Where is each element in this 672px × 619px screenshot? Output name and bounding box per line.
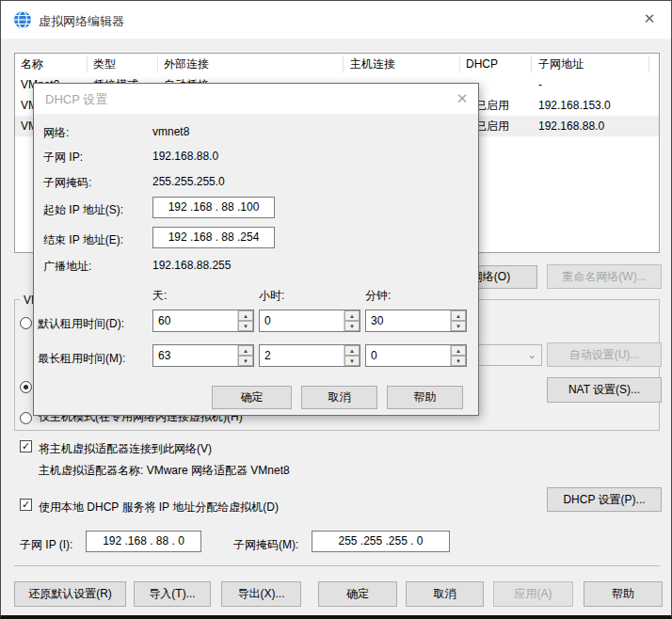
spin-down-icon: ▼ <box>349 324 355 329</box>
start-ip-label: 起始 IP 地址(S): <box>43 202 123 218</box>
spinner-value: 30 <box>366 310 450 331</box>
default-lease-label: 默认租用时间(D): <box>38 316 124 332</box>
window-title: 虚拟网络编辑器 <box>39 13 124 30</box>
bridged-mode-radio[interactable] <box>20 317 32 329</box>
spin-up-icon: ▲ <box>456 313 461 319</box>
dialog-close-icon: ✕ <box>456 90 469 107</box>
close-icon: ✕ <box>644 10 656 27</box>
cell-subnet: 192.168.88.0 <box>538 116 604 136</box>
dlg-subnet-ip-value: 192.168.88.0 <box>152 150 218 163</box>
auto-settings-button[interactable]: 自动设置(U)... <box>547 342 662 367</box>
col-header-type[interactable]: 类型 <box>93 54 116 74</box>
use-local-dhcp-label[interactable]: 使用本地 DHCP 服务将 IP 地址分配给虚拟机(D) <box>39 500 279 516</box>
virtual-network-editor-window: 虚拟网络编辑器 ✕ 名称 类型 外部连接 主机连接 DHCP 子网地址 VMne… <box>0 0 672 619</box>
default-lease-minutes-spinner[interactable]: 30 ▲ ▼ <box>365 310 467 332</box>
use-local-dhcp-checkbox[interactable]: ✓ <box>20 499 32 511</box>
dialog-close-button[interactable]: ✕ <box>448 87 476 110</box>
spin-up-button[interactable]: ▲ <box>451 310 466 321</box>
cell-subnet: - <box>538 74 542 95</box>
cell-dhcp: 已启用 <box>475 95 509 116</box>
connect-host-adapter-label[interactable]: 将主机虚拟适配器连接到此网络(V) <box>39 441 212 457</box>
cell-subnet: 192.168.153.0 <box>538 95 611 116</box>
subnet-mask-label: 子网掩码(M): <box>233 537 298 553</box>
spin-up-button[interactable]: ▲ <box>344 345 360 356</box>
dialog-titlebar: DHCP 设置 ✕ <box>34 84 478 114</box>
spinner-value: 0 <box>260 310 344 331</box>
default-lease-hours-spinner[interactable]: 0 ▲ ▼ <box>259 310 360 332</box>
spin-down-icon: ▼ <box>349 358 355 364</box>
export-button[interactable]: 导出(X)... <box>221 581 301 607</box>
dlg-subnet-mask-value: 255.255.255.0 <box>152 175 225 188</box>
dlg-subnet-mask-label: 子网掩码: <box>43 175 91 191</box>
spin-down-icon: ▼ <box>243 324 248 329</box>
import-button[interactable]: 导入(T)... <box>134 581 211 607</box>
spin-up-icon: ▲ <box>243 313 248 319</box>
subnet-ip-input[interactable]: 192 .168 . 88 . 0 <box>86 531 201 552</box>
broadcast-label: 广播地址: <box>43 259 91 275</box>
connect-host-adapter-checkbox[interactable]: ✓ <box>20 440 32 452</box>
spin-up-button[interactable]: ▲ <box>238 310 253 321</box>
main-cancel-button[interactable]: 取消 <box>406 581 484 607</box>
spin-up-button[interactable]: ▲ <box>238 345 253 356</box>
start-ip-input[interactable]: 192 .168 . 88 .100 <box>152 197 275 218</box>
spin-down-button[interactable]: ▼ <box>238 356 253 366</box>
dlg-network-label: 网络: <box>43 125 69 141</box>
max-lease-minutes-spinner[interactable]: 0 ▲ ▼ <box>365 344 467 367</box>
spinner-value: 60 <box>153 310 237 331</box>
dialog-title: DHCP 设置 <box>45 91 107 108</box>
col-header-external[interactable]: 外部连接 <box>164 54 209 74</box>
end-ip-input[interactable]: 192 .168 . 88 .254 <box>152 227 275 248</box>
nat-mode-radio[interactable] <box>20 381 32 393</box>
check-icon: ✓ <box>22 440 30 452</box>
col-header-name[interactable]: 名称 <box>21 54 43 74</box>
main-help-button[interactable]: 帮助 <box>584 581 663 607</box>
main-ok-button[interactable]: 确定 <box>318 581 397 607</box>
dialog-ok-button[interactable]: 确定 <box>212 386 292 409</box>
bottom-divider <box>14 565 660 566</box>
spin-up-icon: ▲ <box>456 348 461 354</box>
host-only-mode-radio[interactable] <box>20 412 32 424</box>
rename-network-button[interactable]: 重命名网络(W)... <box>547 264 662 289</box>
spin-down-button[interactable]: ▼ <box>238 321 253 331</box>
column-divider <box>531 56 532 72</box>
dialog-cancel-button[interactable]: 取消 <box>301 386 377 409</box>
col-header-subnet[interactable]: 子网地址 <box>538 54 584 74</box>
spin-down-button[interactable]: ▼ <box>344 356 360 366</box>
spin-down-button[interactable]: ▼ <box>451 356 466 366</box>
spin-up-icon: ▲ <box>243 348 248 354</box>
window-titlebar: 虚拟网络编辑器 ✕ <box>1 1 671 39</box>
lease-col-days: 天: <box>152 288 167 304</box>
spin-down-button[interactable]: ▼ <box>451 321 466 331</box>
spin-down-button[interactable]: ▼ <box>344 321 360 331</box>
max-lease-days-spinner[interactable]: 63 ▲ ▼ <box>152 344 254 367</box>
column-divider <box>648 56 649 72</box>
default-lease-days-spinner[interactable]: 60 ▲ ▼ <box>152 310 254 332</box>
subnet-ip-label: 子网 IP (I): <box>20 537 72 553</box>
spin-up-button[interactable]: ▲ <box>344 310 360 321</box>
max-lease-hours-spinner[interactable]: 2 ▲ ▼ <box>259 344 360 367</box>
column-divider <box>157 56 158 72</box>
apply-button[interactable]: 应用(A) <box>493 581 573 607</box>
dhcp-settings-open-button[interactable]: DHCP 设置(P)... <box>547 487 662 512</box>
column-divider <box>459 56 460 72</box>
column-divider <box>343 56 344 72</box>
window-close-button[interactable]: ✕ <box>635 7 664 31</box>
lease-col-minutes: 分钟: <box>365 288 391 304</box>
col-header-dhcp[interactable]: DHCP <box>466 54 498 74</box>
spin-up-button[interactable]: ▲ <box>451 345 466 356</box>
col-header-host[interactable]: 主机连接 <box>350 54 395 74</box>
restore-defaults-button[interactable]: 还原默认设置(R) <box>14 581 126 607</box>
spin-down-icon: ▼ <box>243 358 248 364</box>
nat-settings-button[interactable]: NAT 设置(S)... <box>547 377 662 403</box>
spinner-value: 0 <box>366 345 450 366</box>
subnet-mask-input[interactable]: 255 .255 .255 . 0 <box>312 531 450 552</box>
max-lease-label: 最长租用时间(M): <box>38 351 125 367</box>
lease-col-hours: 小时: <box>259 288 284 304</box>
dialog-help-button[interactable]: 帮助 <box>387 386 463 409</box>
spin-down-icon: ▼ <box>456 324 461 329</box>
dhcp-settings-dialog: DHCP 设置 ✕ 网络: vmnet8 子网 IP: 192.168.88.0… <box>33 83 479 416</box>
chevron-down-icon: ⌄ <box>527 348 536 361</box>
broadcast-value: 192.168.88.255 <box>152 259 231 272</box>
globe-icon <box>13 10 32 29</box>
check-icon: ✓ <box>22 499 30 511</box>
